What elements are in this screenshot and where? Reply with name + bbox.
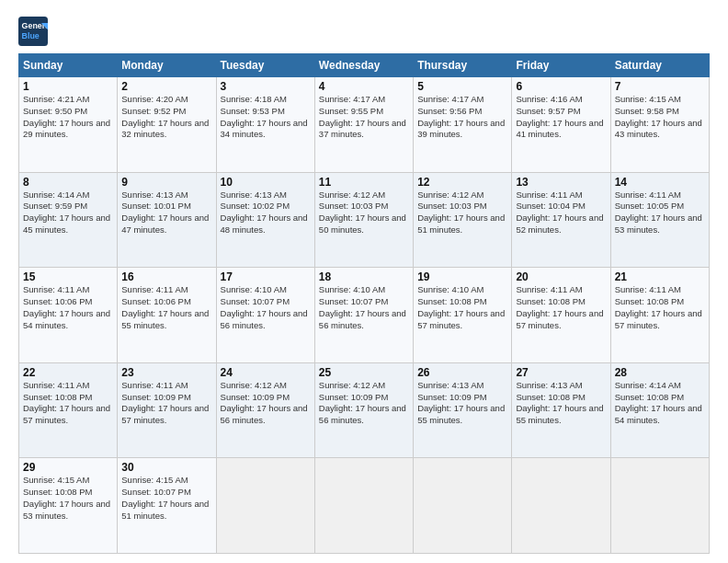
cell-sunrise: Sunrise: 4:11 AM [516, 190, 582, 200]
day-number: 26 [417, 366, 507, 379]
cell-daylight: Daylight: 17 hours and 53 minutes. [23, 499, 110, 521]
cell-sunrise: Sunrise: 4:11 AM [121, 284, 188, 294]
calendar-week-row: 8 Sunrise: 4:14 AM Sunset: 9:59 PM Dayli… [19, 172, 710, 268]
calendar-cell: 14 Sunrise: 4:11 AM Sunset: 10:05 PM Day… [610, 172, 709, 268]
calendar-cell: 16 Sunrise: 4:11 AM Sunset: 10:06 PM Day… [118, 268, 216, 363]
cell-sunrise: Sunrise: 4:13 AM [417, 380, 483, 390]
calendar-cell: 30 Sunrise: 4:15 AM Sunset: 10:07 PM Day… [118, 458, 216, 554]
cell-sunset: Sunset: 9:56 PM [417, 106, 482, 116]
col-header-saturday: Saturday [610, 54, 709, 77]
day-number: 10 [221, 176, 311, 189]
calendar-cell: 15 Sunrise: 4:11 AM Sunset: 10:06 PM Day… [19, 268, 118, 363]
cell-daylight: Daylight: 17 hours and 56 minutes. [221, 403, 308, 425]
calendar-cell: 13 Sunrise: 4:11 AM Sunset: 10:04 PM Day… [512, 172, 610, 268]
day-number: 20 [516, 270, 606, 283]
calendar-cell: 9 Sunrise: 4:13 AM Sunset: 10:01 PM Dayl… [118, 172, 216, 268]
logo-icon: General Blue [18, 17, 48, 46]
calendar-cell: 26 Sunrise: 4:13 AM Sunset: 10:09 PM Day… [414, 362, 512, 458]
cell-daylight: Daylight: 17 hours and 37 minutes. [319, 118, 406, 140]
cell-sunset: Sunset: 10:07 PM [121, 487, 191, 497]
calendar-cell [314, 458, 413, 554]
cell-daylight: Daylight: 17 hours and 32 minutes. [121, 118, 209, 140]
calendar-cell: 24 Sunrise: 4:12 AM Sunset: 10:09 PM Day… [216, 362, 314, 458]
cell-sunrise: Sunrise: 4:13 AM [516, 380, 582, 390]
cell-sunset: Sunset: 9:52 PM [121, 106, 186, 116]
calendar-cell: 27 Sunrise: 4:13 AM Sunset: 10:08 PM Day… [512, 362, 610, 458]
cell-sunset: Sunset: 10:08 PM [615, 296, 685, 306]
cell-sunset: Sunset: 10:08 PM [417, 296, 487, 306]
col-header-thursday: Thursday [414, 54, 512, 77]
day-number: 22 [23, 366, 113, 379]
day-number: 7 [615, 80, 705, 93]
calendar-cell: 17 Sunrise: 4:10 AM Sunset: 10:07 PM Day… [216, 268, 314, 363]
cell-sunset: Sunset: 10:06 PM [23, 296, 93, 306]
day-number: 15 [23, 270, 113, 283]
calendar-week-row: 22 Sunrise: 4:11 AM Sunset: 10:08 PM Day… [19, 362, 710, 458]
cell-sunset: Sunset: 9:58 PM [615, 106, 679, 116]
day-number: 3 [221, 80, 311, 93]
calendar-cell: 3 Sunrise: 4:18 AM Sunset: 9:53 PM Dayli… [216, 77, 314, 173]
calendar-cell: 22 Sunrise: 4:11 AM Sunset: 10:08 PM Day… [19, 362, 118, 458]
col-header-monday: Monday [118, 54, 216, 77]
calendar-cell: 2 Sunrise: 4:20 AM Sunset: 9:52 PM Dayli… [118, 77, 216, 173]
col-header-tuesday: Tuesday [216, 54, 314, 77]
day-number: 17 [221, 270, 311, 283]
cell-sunrise: Sunrise: 4:11 AM [615, 284, 681, 294]
cell-daylight: Daylight: 17 hours and 54 minutes. [615, 403, 702, 425]
cell-sunrise: Sunrise: 4:12 AM [319, 190, 385, 200]
cell-sunset: Sunset: 10:08 PM [23, 392, 93, 402]
cell-sunset: Sunset: 10:05 PM [615, 201, 685, 211]
svg-text:Blue: Blue [22, 31, 40, 40]
logo: General Blue [18, 17, 51, 46]
calendar-header-row: SundayMondayTuesdayWednesdayThursdayFrid… [19, 54, 710, 77]
cell-sunset: Sunset: 9:50 PM [23, 106, 87, 116]
cell-sunrise: Sunrise: 4:10 AM [221, 284, 287, 294]
cell-sunset: Sunset: 10:01 PM [121, 201, 191, 211]
day-number: 1 [23, 80, 113, 93]
cell-sunrise: Sunrise: 4:10 AM [319, 284, 385, 294]
page: General Blue SundayMondayTuesdayWednesda… [0, 0, 728, 563]
cell-sunrise: Sunrise: 4:17 AM [417, 94, 483, 104]
cell-sunset: Sunset: 10:08 PM [615, 392, 685, 402]
cell-sunrise: Sunrise: 4:13 AM [121, 190, 188, 200]
cell-daylight: Daylight: 17 hours and 57 minutes. [516, 308, 603, 330]
cell-sunset: Sunset: 10:07 PM [319, 296, 389, 306]
cell-sunrise: Sunrise: 4:14 AM [615, 380, 681, 390]
cell-daylight: Daylight: 17 hours and 51 minutes. [417, 213, 505, 235]
cell-sunset: Sunset: 10:08 PM [23, 487, 93, 497]
cell-daylight: Daylight: 17 hours and 29 minutes. [23, 118, 110, 140]
cell-daylight: Daylight: 17 hours and 55 minutes. [516, 403, 603, 425]
day-number: 12 [417, 176, 507, 189]
calendar-cell: 12 Sunrise: 4:12 AM Sunset: 10:03 PM Day… [414, 172, 512, 268]
day-number: 6 [516, 80, 606, 93]
cell-sunrise: Sunrise: 4:13 AM [221, 190, 287, 200]
calendar-cell: 20 Sunrise: 4:11 AM Sunset: 10:08 PM Day… [512, 268, 610, 363]
calendar-week-row: 29 Sunrise: 4:15 AM Sunset: 10:08 PM Day… [19, 458, 710, 554]
day-number: 18 [319, 270, 409, 283]
header: General Blue [18, 17, 710, 46]
calendar-cell: 19 Sunrise: 4:10 AM Sunset: 10:08 PM Day… [414, 268, 512, 363]
cell-sunrise: Sunrise: 4:12 AM [221, 380, 287, 390]
cell-daylight: Daylight: 17 hours and 56 minutes. [319, 403, 406, 425]
calendar-week-row: 15 Sunrise: 4:11 AM Sunset: 10:06 PM Day… [19, 268, 710, 363]
cell-daylight: Daylight: 17 hours and 43 minutes. [615, 118, 702, 140]
day-number: 9 [121, 176, 211, 189]
day-number: 13 [516, 176, 606, 189]
day-number: 24 [221, 366, 311, 379]
cell-sunset: Sunset: 10:03 PM [319, 201, 389, 211]
cell-daylight: Daylight: 17 hours and 56 minutes. [319, 308, 406, 330]
calendar-cell: 23 Sunrise: 4:11 AM Sunset: 10:09 PM Day… [118, 362, 216, 458]
day-number: 14 [615, 176, 705, 189]
cell-sunrise: Sunrise: 4:21 AM [23, 94, 89, 104]
cell-daylight: Daylight: 17 hours and 53 minutes. [615, 213, 702, 235]
cell-sunset: Sunset: 10:09 PM [417, 392, 487, 402]
day-number: 19 [417, 270, 507, 283]
cell-daylight: Daylight: 17 hours and 47 minutes. [121, 213, 209, 235]
day-number: 28 [615, 366, 705, 379]
cell-daylight: Daylight: 17 hours and 54 minutes. [23, 308, 110, 330]
cell-sunrise: Sunrise: 4:18 AM [221, 94, 287, 104]
cell-sunrise: Sunrise: 4:15 AM [121, 475, 188, 485]
cell-daylight: Daylight: 17 hours and 51 minutes. [121, 499, 209, 521]
calendar-cell [414, 458, 512, 554]
calendar-cell [216, 458, 314, 554]
